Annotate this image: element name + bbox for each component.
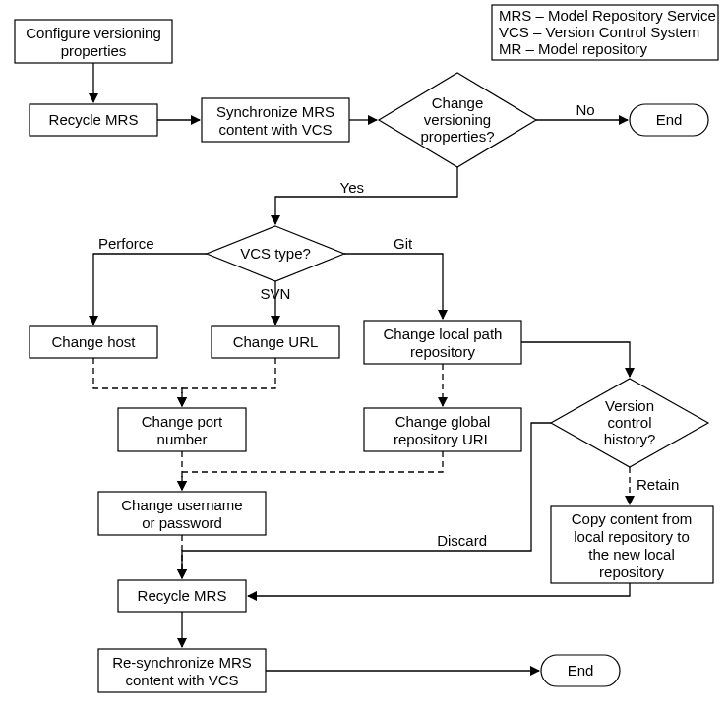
svg-text:properties: properties xyxy=(61,42,127,59)
label-discard: Discard xyxy=(437,532,487,549)
edge xyxy=(248,583,630,596)
svg-text:Change global: Change global xyxy=(395,413,491,430)
svg-text:Change URL: Change URL xyxy=(233,333,319,350)
svg-text:history?: history? xyxy=(604,431,656,447)
node-change-global: Change global repository URL xyxy=(364,408,521,451)
edge xyxy=(521,342,630,377)
svg-text:local repository to: local repository to xyxy=(574,528,690,545)
node-copy: Copy content from local repository to th… xyxy=(551,506,713,583)
legend-line-3: MR – Model repository xyxy=(499,40,647,57)
svg-text:Change port: Change port xyxy=(142,413,223,430)
node-q-change: Change versioning properties? xyxy=(379,73,536,167)
svg-text:Change local path: Change local path xyxy=(384,325,503,342)
svg-text:repository: repository xyxy=(599,563,664,580)
svg-text:the new local: the new local xyxy=(588,546,675,562)
svg-text:Copy content from: Copy content from xyxy=(572,510,693,527)
node-sync: Synchronize MRS content with VCS xyxy=(202,98,349,142)
svg-text:Change username: Change username xyxy=(121,497,242,513)
svg-text:Synchronize MRS: Synchronize MRS xyxy=(216,103,334,120)
legend-line-2: VCS – Version Control System xyxy=(499,24,699,40)
svg-text:Recycle MRS: Recycle MRS xyxy=(138,587,227,604)
svg-text:repository: repository xyxy=(410,343,475,360)
node-change-host: Change host xyxy=(30,326,157,358)
svg-text:Configure versioning: Configure versioning xyxy=(26,25,161,41)
label-perforce: Perforce xyxy=(98,235,154,252)
edge xyxy=(182,358,275,406)
flowchart: MRS – Model Repository Service VCS – Ver… xyxy=(0,0,728,710)
legend-box: MRS – Model Repository Service VCS – Ver… xyxy=(492,5,718,60)
svg-text:Change host: Change host xyxy=(51,333,136,350)
edge xyxy=(182,451,443,490)
svg-text:Re-synchronize MRS: Re-synchronize MRS xyxy=(112,654,252,671)
legend-line-1: MRS – Model Repository Service xyxy=(499,7,716,24)
node-change-url: Change URL xyxy=(212,326,339,358)
edge-git xyxy=(344,254,443,319)
svg-text:properties?: properties? xyxy=(420,128,494,145)
svg-text:Recycle MRS: Recycle MRS xyxy=(49,111,139,128)
svg-text:content with VCS: content with VCS xyxy=(125,672,238,688)
node-resync: Re-synchronize MRS content with VCS xyxy=(98,649,266,692)
node-recycle-2: Recycle MRS xyxy=(118,580,246,612)
node-change-local: Change local path repository xyxy=(364,321,521,364)
label-no: No xyxy=(576,101,594,118)
node-change-port: Change port number xyxy=(118,408,246,451)
edge xyxy=(93,358,182,406)
node-recycle-1: Recycle MRS xyxy=(30,104,157,136)
node-vcs-type: VCS type? xyxy=(207,226,344,281)
svg-text:or password: or password xyxy=(142,514,222,531)
svg-text:repository URL: repository URL xyxy=(394,431,492,447)
svg-text:number: number xyxy=(157,431,208,447)
svg-text:Change: Change xyxy=(432,94,484,111)
svg-text:content with VCS: content with VCS xyxy=(218,121,332,138)
svg-text:Version: Version xyxy=(605,397,654,414)
node-q-history: Version control history? xyxy=(551,379,708,467)
node-configure: Configure versioning properties xyxy=(15,20,172,63)
label-git: Git xyxy=(394,235,413,252)
edge-yes xyxy=(275,167,457,224)
svg-text:control: control xyxy=(607,414,651,431)
svg-text:versioning: versioning xyxy=(424,111,491,128)
label-svn: SVN xyxy=(261,285,291,302)
label-retain: Retain xyxy=(637,476,679,493)
svg-text:End: End xyxy=(568,662,594,679)
node-end-1: End xyxy=(630,104,708,136)
svg-text:VCS type?: VCS type? xyxy=(240,245,311,262)
label-yes: Yes xyxy=(340,179,364,196)
svg-text:End: End xyxy=(656,111,683,128)
edge-perforce xyxy=(93,254,207,325)
node-change-user: Change username or password xyxy=(98,492,266,535)
node-end-2: End xyxy=(541,655,620,686)
